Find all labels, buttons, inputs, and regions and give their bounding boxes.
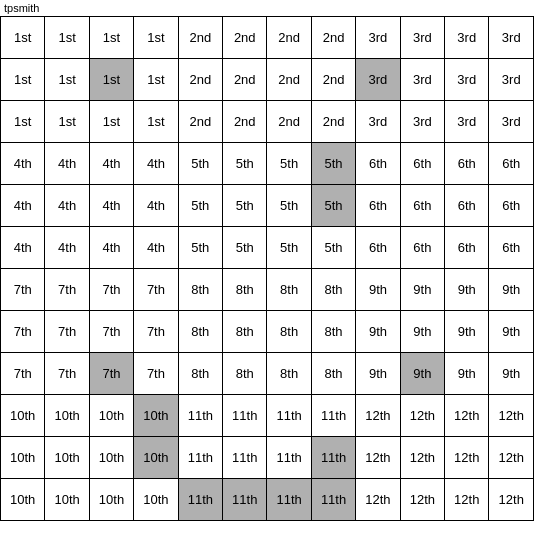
table-cell: 2nd xyxy=(311,17,355,59)
table-cell: 2nd xyxy=(267,17,311,59)
table-cell: 2nd xyxy=(178,59,222,101)
table-cell: 8th xyxy=(311,353,355,395)
table-cell: 9th xyxy=(356,269,400,311)
table-cell: 10th xyxy=(89,479,133,521)
table-cell: 12th xyxy=(489,395,534,437)
table-cell: 11th xyxy=(223,395,267,437)
table-cell: 1st xyxy=(134,17,178,59)
table-row: 7th7th7th7th8th8th8th8th9th9th9th9th xyxy=(1,311,534,353)
table-cell: 10th xyxy=(89,437,133,479)
table-cell: 9th xyxy=(400,269,444,311)
table-cell: 10th xyxy=(134,437,178,479)
table-cell: 7th xyxy=(45,269,89,311)
table-cell: 10th xyxy=(45,395,89,437)
table-row: 10th10th10th10th11th11th11th11th12th12th… xyxy=(1,395,534,437)
table-cell: 12th xyxy=(356,395,400,437)
table-cell: 1st xyxy=(1,101,45,143)
table-cell: 4th xyxy=(134,185,178,227)
table-cell: 6th xyxy=(489,143,534,185)
table-cell: 7th xyxy=(89,269,133,311)
table-cell: 2nd xyxy=(311,101,355,143)
table-cell: 8th xyxy=(178,269,222,311)
table-cell: 7th xyxy=(1,269,45,311)
table-cell: 10th xyxy=(1,437,45,479)
table-cell: 6th xyxy=(356,143,400,185)
table-cell: 1st xyxy=(134,59,178,101)
table-cell: 3rd xyxy=(445,101,489,143)
table-cell: 4th xyxy=(1,143,45,185)
table-cell: 9th xyxy=(489,353,534,395)
table-row: 4th4th4th4th5th5th5th5th6th6th6th6th xyxy=(1,227,534,269)
table-cell: 12th xyxy=(489,437,534,479)
table-cell: 11th xyxy=(223,479,267,521)
table-cell: 1st xyxy=(45,101,89,143)
table-cell: 3rd xyxy=(489,59,534,101)
table-cell: 4th xyxy=(134,227,178,269)
table-row: 1st1st1st1st2nd2nd2nd2nd3rd3rd3rd3rd xyxy=(1,59,534,101)
table-cell: 12th xyxy=(356,479,400,521)
table-cell: 12th xyxy=(445,395,489,437)
table-cell: 7th xyxy=(1,353,45,395)
table-cell: 6th xyxy=(445,227,489,269)
table-cell: 5th xyxy=(267,185,311,227)
table-row: 1st1st1st1st2nd2nd2nd2nd3rd3rd3rd3rd xyxy=(1,17,534,59)
table-cell: 9th xyxy=(356,353,400,395)
table-cell: 12th xyxy=(445,437,489,479)
table-row: 7th7th7th7th8th8th8th8th9th9th9th9th xyxy=(1,353,534,395)
table-cell: 2nd xyxy=(223,59,267,101)
table-cell: 12th xyxy=(356,437,400,479)
grid-container: 1st1st1st1st2nd2nd2nd2nd3rd3rd3rd3rd1st1… xyxy=(0,16,534,521)
table-cell: 5th xyxy=(311,143,355,185)
table-cell: 3rd xyxy=(400,17,444,59)
table-row: 7th7th7th7th8th8th8th8th9th9th9th9th xyxy=(1,269,534,311)
table-cell: 3rd xyxy=(445,17,489,59)
table-cell: 4th xyxy=(89,185,133,227)
table-cell: 9th xyxy=(400,311,444,353)
table-cell: 9th xyxy=(489,311,534,353)
table-cell: 4th xyxy=(89,143,133,185)
table-cell: 6th xyxy=(400,143,444,185)
table-row: 10th10th10th10th11th11th11th11th12th12th… xyxy=(1,437,534,479)
table-cell: 9th xyxy=(445,353,489,395)
table-cell: 9th xyxy=(356,311,400,353)
table-cell: 6th xyxy=(445,143,489,185)
table-cell: 3rd xyxy=(489,17,534,59)
grid-table: 1st1st1st1st2nd2nd2nd2nd3rd3rd3rd3rd1st1… xyxy=(0,16,534,521)
table-cell: 4th xyxy=(45,185,89,227)
table-cell: 5th xyxy=(178,185,222,227)
table-cell: 12th xyxy=(400,437,444,479)
table-cell: 1st xyxy=(134,101,178,143)
table-cell: 11th xyxy=(311,437,355,479)
table-cell: 11th xyxy=(223,437,267,479)
table-cell: 3rd xyxy=(356,17,400,59)
table-cell: 8th xyxy=(311,269,355,311)
table-cell: 8th xyxy=(223,269,267,311)
table-cell: 10th xyxy=(134,395,178,437)
table-cell: 10th xyxy=(89,395,133,437)
table-cell: 3rd xyxy=(489,101,534,143)
table-cell: 7th xyxy=(89,353,133,395)
table-cell: 4th xyxy=(45,227,89,269)
table-cell: 8th xyxy=(267,311,311,353)
table-cell: 1st xyxy=(45,59,89,101)
table-cell: 9th xyxy=(445,269,489,311)
table-cell: 2nd xyxy=(223,101,267,143)
table-cell: 9th xyxy=(445,311,489,353)
table-cell: 7th xyxy=(89,311,133,353)
table-cell: 5th xyxy=(223,227,267,269)
table-cell: 3rd xyxy=(356,59,400,101)
table-cell: 11th xyxy=(267,437,311,479)
table-cell: 10th xyxy=(1,479,45,521)
table-cell: 7th xyxy=(45,311,89,353)
table-cell: 6th xyxy=(489,185,534,227)
table-cell: 11th xyxy=(311,395,355,437)
table-cell: 5th xyxy=(267,227,311,269)
table-cell: 8th xyxy=(223,311,267,353)
table-cell: 11th xyxy=(311,479,355,521)
table-cell: 6th xyxy=(356,227,400,269)
table-cell: 3rd xyxy=(445,59,489,101)
table-cell: 7th xyxy=(134,353,178,395)
table-cell: 1st xyxy=(89,17,133,59)
table-cell: 6th xyxy=(356,185,400,227)
table-cell: 2nd xyxy=(178,17,222,59)
